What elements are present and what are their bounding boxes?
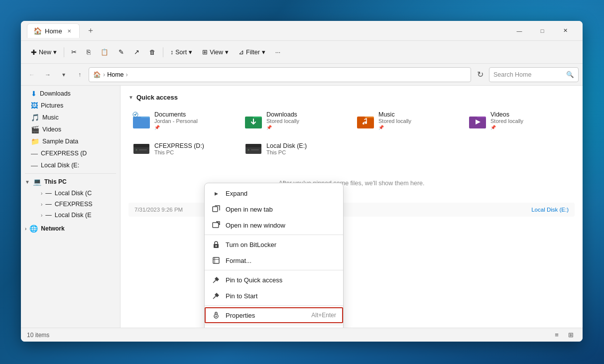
file-item-local-disk-e[interactable]: Local Disk (E:) This PC <box>241 136 351 162</box>
share-button[interactable]: ↗ <box>130 46 143 58</box>
sidebar-pictures-label: Pictures <box>41 102 63 109</box>
search-box[interactable]: Search Home 🔍 <box>489 67 579 82</box>
file-item-downloads[interactable]: Downloads Stored locally 📌 <box>241 107 351 134</box>
toolbar: ✚ New ▾ ✂ ⎘ 📋 ✎ ↗ 🗑 ↕ Sort ▾ ⊞ <box>21 41 583 64</box>
music-pin: 📌 <box>378 125 459 130</box>
ctx-properties-label: Properties <box>226 312 255 319</box>
ctx-pin-quick-access[interactable]: Pin to Quick access <box>205 272 343 288</box>
new-label: New <box>39 49 51 56</box>
forward-button[interactable]: → <box>41 68 55 82</box>
file-explorer-window: 🏠 Home ✕ ＋ — □ ✕ ✚ New ▾ ✂ ⎘ 📋 ✎ <box>21 21 583 342</box>
ctx-expand[interactable]: ▸ Expand <box>205 185 343 201</box>
sidebar-item-downloads[interactable]: ⬇ Downloads <box>23 88 118 100</box>
local-e-icon: — <box>31 161 38 169</box>
pictures-icon: 🖼 <box>31 102 38 110</box>
file-item-videos[interactable]: Videos Stored locally 📌 <box>465 107 575 134</box>
file-item-music[interactable]: Music Stored locally 📌 <box>353 107 463 134</box>
bottom-local-disk-link[interactable]: Local Disk (E:) <box>531 207 569 213</box>
sidebar-downloads-label: Downloads <box>40 90 71 97</box>
cut-button[interactable]: ✂ <box>67 46 81 58</box>
svg-line-25 <box>213 281 215 283</box>
grid-view-button[interactable]: ⊞ <box>565 329 577 341</box>
videos-sub: Stored locally <box>490 118 571 124</box>
list-view-button[interactable]: ≡ <box>551 329 563 341</box>
new-tab-button[interactable]: ＋ <box>84 24 98 38</box>
maximize-button[interactable]: □ <box>531 23 554 39</box>
new-button[interactable]: ✚ New ▾ <box>27 46 61 59</box>
sidebar-item-cfexpress-d2[interactable]: › — CFEXPRESS <box>27 199 118 210</box>
ctx-bitlocker[interactable]: Turn on BitLocker <box>205 237 343 252</box>
ctx-properties[interactable]: Properties Alt+Enter <box>205 307 343 323</box>
svg-rect-19 <box>213 223 219 228</box>
sidebar-section-network[interactable]: › 🌐 Network <box>21 223 120 235</box>
this-pc-chevron: ▼ <box>25 179 30 185</box>
sample-data-icon: 📁 <box>31 137 39 145</box>
pin-start-icon <box>212 291 221 300</box>
title-bar: 🏠 Home ✕ ＋ — □ ✕ <box>21 21 583 41</box>
home-tab[interactable]: 🏠 Home ✕ <box>27 23 80 38</box>
rename-button[interactable]: ✎ <box>115 46 128 58</box>
sidebar-network-label: Network <box>41 225 64 232</box>
cut-icon: ✂ <box>71 48 77 56</box>
refresh-button[interactable]: ↻ <box>473 68 487 82</box>
file-item-cfexpress[interactable]: CFEXPRESS (D:) This PC <box>128 136 239 162</box>
status-right: ≡ ⊞ <box>551 329 577 341</box>
sort-dropdown: ▾ <box>189 48 192 56</box>
music-folder-icon <box>357 112 374 129</box>
sidebar-item-sample-data[interactable]: 📁 Sample Data <box>23 135 118 147</box>
svg-rect-18 <box>213 207 218 212</box>
cfexpress-d2-icon: — <box>45 201 52 208</box>
sidebar-item-cfexpress-d[interactable]: — CFEXPRESS (D <box>23 147 118 159</box>
sidebar-item-pictures[interactable]: 🖼 Pictures <box>23 100 118 112</box>
status-bar: 10 items ≡ ⊞ <box>21 328 583 342</box>
videos-icon: 🎬 <box>31 125 39 133</box>
sidebar-item-videos[interactable]: 🎬 Videos <box>23 123 118 135</box>
ctx-show-more[interactable]: Show more options <box>205 327 343 328</box>
recent-button[interactable]: ▾ <box>57 68 71 82</box>
network-icon: 🌐 <box>29 225 38 233</box>
sidebar-item-local-e2[interactable]: › — Local Disk (E <box>27 210 118 221</box>
view-button[interactable]: ⊞ View ▾ <box>198 46 233 58</box>
svg-rect-22 <box>213 257 219 263</box>
minimize-button[interactable]: — <box>508 23 531 39</box>
local-disk-e-icon <box>244 140 262 158</box>
ctx-pin-start[interactable]: Pin to Start <box>205 288 343 304</box>
sidebar-item-local-e[interactable]: — Local Disk (E: <box>23 159 118 171</box>
filter-icon: ⊿ <box>239 48 244 56</box>
sort-button[interactable]: ↕ Sort ▾ <box>166 46 196 58</box>
sidebar-item-music[interactable]: 🎵 Music <box>23 112 118 123</box>
cfexpress-name: CFEXPRESS (D:) <box>154 142 235 149</box>
delete-button[interactable]: 🗑 <box>145 46 160 58</box>
content-area: ▼ Quick access Documents <box>121 86 583 328</box>
sidebar-section-this-pc[interactable]: ▼ 💻 This PC <box>21 176 120 188</box>
share-icon: ↗ <box>134 48 139 56</box>
local-c-chevron: › <box>41 191 42 196</box>
address-path[interactable]: 🏠 › Home › <box>89 67 471 82</box>
close-tab-button[interactable]: ✕ <box>65 27 73 35</box>
filter-label: Filter <box>246 49 260 56</box>
local-e2-chevron: › <box>41 213 42 218</box>
quick-access-chevron: ▼ <box>128 95 133 100</box>
more-button[interactable]: ··· <box>271 46 284 58</box>
ctx-open-new-tab[interactable]: Open in new tab <box>205 201 343 217</box>
back-button[interactable]: ← <box>25 68 39 82</box>
up-button[interactable]: ↑ <box>73 68 87 82</box>
ctx-separator-3 <box>205 305 343 306</box>
expand-icon: ▸ <box>212 189 221 198</box>
ctx-format[interactable]: Format... <box>205 252 343 268</box>
copy-icon: ⎘ <box>87 49 91 56</box>
file-item-documents[interactable]: Documents Jordan - Personal 📌 <box>128 107 239 134</box>
format-icon <box>212 256 221 265</box>
sidebar-item-local-c[interactable]: › — Local Disk (C <box>27 188 118 199</box>
filter-button[interactable]: ⊿ Filter ▾ <box>235 46 269 58</box>
svg-rect-12 <box>139 149 147 150</box>
local-e2-icon: — <box>45 212 52 219</box>
ctx-open-new-window-label: Open in new window <box>226 222 285 229</box>
close-button[interactable]: ✕ <box>554 23 577 39</box>
documents-sub: Jordan - Personal <box>154 118 235 124</box>
videos-pin: 📌 <box>490 125 571 130</box>
videos-name: Videos <box>490 111 571 118</box>
paste-button[interactable]: 📋 <box>97 46 113 58</box>
copy-button[interactable]: ⎘ <box>83 46 95 58</box>
ctx-open-new-window[interactable]: Open in new window <box>205 217 343 233</box>
